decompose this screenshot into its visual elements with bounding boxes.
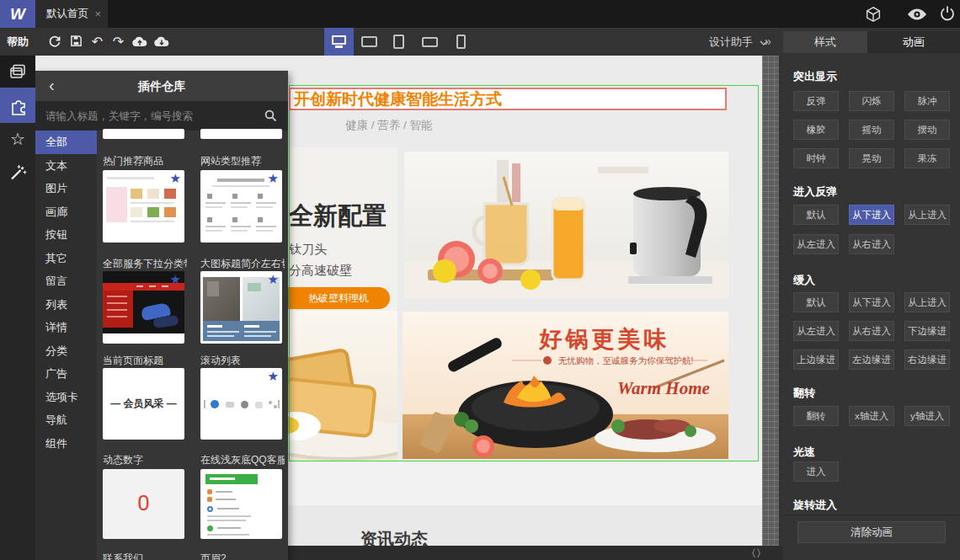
anim-button[interactable]: 果冻 bbox=[904, 148, 950, 168]
category-item[interactable]: 留言 bbox=[35, 269, 97, 293]
plugin-card-page-title[interactable]: — 会员风采 — bbox=[103, 368, 184, 440]
anim-button[interactable]: 翻转 bbox=[793, 406, 839, 426]
device-phone-landscape-button[interactable] bbox=[422, 37, 438, 47]
hero-text-block[interactable]: 全新配置 钛刀头 分高速破壁 热破壁料理机 bbox=[287, 147, 397, 312]
star-badge-icon: ★ bbox=[268, 272, 279, 287]
monitor-icon bbox=[332, 35, 346, 45]
anim-button[interactable]: 从右进入 bbox=[849, 234, 894, 254]
plugin-card-hot-products[interactable]: ★ bbox=[103, 170, 184, 243]
anim-button[interactable]: y轴进入 bbox=[904, 406, 950, 426]
plugin-card-scroll-list[interactable]: ★ bbox=[200, 368, 282, 440]
plugin-card-big-image-slider[interactable]: ★ bbox=[200, 271, 282, 344]
device-phone-portrait-button[interactable] bbox=[456, 35, 466, 49]
sidebar-item-plugins[interactable] bbox=[0, 88, 35, 123]
components-cube-icon[interactable] bbox=[864, 5, 884, 23]
anim-button[interactable]: 摆动 bbox=[904, 120, 950, 140]
section-title: 旋转进入 bbox=[793, 498, 837, 513]
plugin-panel-title: 插件仓库 bbox=[35, 71, 288, 101]
toast-image[interactable] bbox=[287, 311, 397, 461]
selected-title-element[interactable]: 开创新时代健康智能生活方式 bbox=[289, 88, 727, 110]
anim-button[interactable]: 晃动 bbox=[849, 148, 894, 168]
clear-animation-button[interactable]: 清除动画 bbox=[797, 521, 946, 543]
plugin-card-qq-service[interactable] bbox=[200, 469, 282, 539]
anim-button[interactable]: 脉冲 bbox=[904, 91, 950, 111]
sidebar-item-pages[interactable] bbox=[0, 56, 35, 88]
anim-button[interactable]: 从上进入 bbox=[904, 205, 950, 225]
category-item[interactable]: 按钮 bbox=[35, 223, 97, 247]
anim-button[interactable]: 从上进入 bbox=[904, 292, 950, 312]
search-icon[interactable] bbox=[264, 109, 277, 125]
anim-button[interactable]: 默认 bbox=[793, 292, 839, 312]
category-item[interactable]: 组件 bbox=[35, 432, 97, 456]
anim-button[interactable]: 摇动 bbox=[849, 120, 894, 140]
tab-close-icon[interactable]: × bbox=[94, 0, 101, 28]
cloud-download-icon[interactable] bbox=[153, 35, 168, 50]
more-chevrons-button[interactable]: » bbox=[765, 28, 771, 56]
anim-button[interactable]: 从下进入 bbox=[849, 292, 894, 312]
help-button[interactable]: 帮助 bbox=[7, 28, 29, 56]
plugin-card-site-types[interactable]: ★ bbox=[200, 170, 282, 243]
category-item[interactable]: 其它 bbox=[35, 247, 97, 270]
plugin-search-input[interactable] bbox=[45, 101, 256, 131]
sidebar-item-favorites[interactable]: ☆ bbox=[0, 123, 35, 155]
category-item[interactable]: 广告 bbox=[35, 362, 97, 386]
design-assistant-dropdown[interactable]: 设计助手 bbox=[709, 28, 768, 56]
anim-button[interactable]: 从左进入 bbox=[793, 234, 839, 254]
section-title: 光速 bbox=[793, 445, 815, 460]
category-item[interactable]: 分类 bbox=[35, 339, 97, 363]
anim-button[interactable]: 进入 bbox=[793, 461, 839, 482]
anim-button[interactable]: 反弹 bbox=[793, 91, 839, 111]
anim-button[interactable]: 从左进入 bbox=[793, 321, 839, 341]
code-view-icon[interactable]: 〈〉 bbox=[746, 547, 766, 560]
anim-button[interactable]: 上边缘进 bbox=[793, 349, 839, 370]
redo-icon[interactable]: ↷ bbox=[111, 35, 125, 49]
plugin-card-list: 热门推荐商品 ★ 网站类型推荐 ★ bbox=[97, 131, 288, 560]
power-icon[interactable] bbox=[939, 5, 959, 23]
category-item[interactable]: 导航 bbox=[35, 408, 97, 432]
sidebar-item-wizard[interactable] bbox=[0, 157, 35, 189]
anim-button[interactable]: x轴进入 bbox=[849, 406, 894, 426]
anim-button[interactable]: 橡胶 bbox=[793, 120, 839, 140]
anim-button[interactable]: 默认 bbox=[793, 205, 839, 225]
cloud-upload-icon[interactable] bbox=[131, 35, 146, 50]
category-item[interactable]: 详情 bbox=[35, 316, 97, 339]
wok-banner-tagline: 无忧购物，至诚服务为你保驾护航! bbox=[558, 355, 693, 365]
category-item[interactable]: 列表 bbox=[35, 293, 97, 317]
category-item[interactable]: 文本 bbox=[35, 154, 97, 178]
undo-icon[interactable]: ↶ bbox=[90, 35, 104, 49]
plugin-card-partial[interactable] bbox=[200, 129, 282, 139]
category-item[interactable]: 画廊 bbox=[35, 200, 97, 224]
section-title: 突出显示 bbox=[793, 69, 837, 84]
anim-button[interactable]: 右边缘进 bbox=[904, 349, 950, 370]
page-subheading-text[interactable]: 健康 / 营养 / 智能 bbox=[345, 118, 433, 133]
refresh-icon[interactable] bbox=[47, 35, 61, 49]
anim-button[interactable]: 从右进入 bbox=[849, 321, 894, 341]
anim-button[interactable]: 闪烁 bbox=[849, 91, 894, 111]
preview-eye-icon[interactable] bbox=[907, 8, 927, 25]
anim-button-selected[interactable]: 从下进入 bbox=[849, 205, 894, 225]
anim-button[interactable]: 下边缘进 bbox=[904, 321, 950, 341]
wok-banner-image[interactable]: 好锅更美味 无忧购物，至诚服务为你保驾护航! Warm Home bbox=[403, 312, 728, 459]
save-icon[interactable] bbox=[69, 35, 83, 49]
plugin-card-partial[interactable] bbox=[103, 129, 184, 139]
tab-animation[interactable]: 动画 bbox=[867, 31, 960, 53]
plugin-card-dynamic-number[interactable]: 0 bbox=[103, 469, 184, 539]
category-item[interactable]: 选项卡 bbox=[35, 386, 97, 409]
category-item[interactable]: 全部 bbox=[35, 131, 97, 154]
category-item[interactable]: 图片 bbox=[35, 177, 97, 200]
plugin-card-label: 联系我们 bbox=[103, 552, 187, 560]
tab-style[interactable]: 样式 bbox=[783, 31, 867, 53]
device-desktop-button[interactable] bbox=[324, 28, 354, 56]
puzzle-icon bbox=[8, 96, 28, 115]
plugin-card-services-dropdown[interactable]: ★ bbox=[103, 271, 184, 344]
anim-button[interactable]: 左边缘进 bbox=[849, 349, 894, 370]
device-tablet-portrait-button[interactable] bbox=[393, 35, 404, 49]
plugin-library-panel: ‹ 插件仓库 全部 文本 图片 画廊 按钮 其它 留言 列表 详情 分类 广告 … bbox=[35, 71, 288, 560]
device-tablet-landscape-button[interactable] bbox=[361, 36, 377, 47]
plugin-card-label: 大图标题简介左右切... bbox=[200, 257, 285, 271]
member-style-preview-text: — 会员风采 — bbox=[103, 397, 184, 411]
hero-cta-button[interactable]: 热破壁料理机 bbox=[287, 287, 390, 309]
anim-button[interactable]: 时钟 bbox=[793, 148, 839, 168]
kettle-product-image[interactable] bbox=[404, 152, 728, 299]
page-tab[interactable]: 默认首页 × bbox=[35, 0, 108, 28]
